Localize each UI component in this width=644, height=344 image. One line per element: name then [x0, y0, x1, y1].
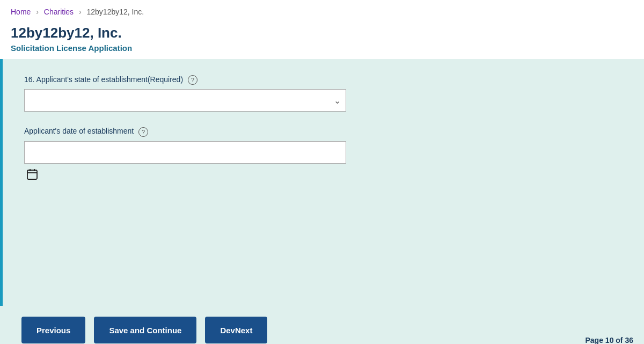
page-title: 12by12by12, Inc. [11, 25, 633, 41]
save-continue-button[interactable]: Save and Continue [94, 317, 196, 343]
date-of-establishment-group: Applicant's date of establishment ? [24, 127, 623, 182]
main-content: 16. Applicant's state of establishment(R… [0, 59, 644, 306]
svg-rect-0 [27, 170, 37, 179]
breadcrumb-current: 12by12by12, Inc. [87, 8, 144, 16]
date-of-establishment-label: Applicant's date of establishment ? [24, 127, 623, 136]
state-of-establishment-group: 16. Applicant's state of establishment(R… [24, 75, 623, 112]
page-wrapper: Home › Charities › 12by12by12, Inc. 12by… [0, 0, 644, 344]
breadcrumb-home-link[interactable]: Home [11, 8, 31, 16]
dev-next-button[interactable]: DevNext [205, 317, 267, 343]
button-row: Previous Save and Continue DevNext [0, 306, 644, 344]
date-input[interactable] [24, 141, 346, 164]
state-of-establishment-label: 16. Applicant's state of establishment(R… [24, 75, 623, 85]
breadcrumb-charities-link[interactable]: Charities [44, 8, 74, 16]
state-select[interactable] [24, 89, 346, 112]
page-indicator: Page 10 of 36 [586, 336, 634, 344]
breadcrumb-separator-2: › [79, 8, 82, 16]
breadcrumb-separator-1: › [36, 8, 39, 16]
page-header: 12by12by12, Inc. Solicitation License Ap… [0, 20, 644, 59]
date-help-icon[interactable]: ? [138, 127, 148, 137]
state-help-icon[interactable]: ? [188, 75, 197, 85]
calendar-icon[interactable] [24, 166, 40, 182]
page-subtitle: Solicitation License Application [11, 43, 633, 53]
previous-button[interactable]: Previous [21, 317, 85, 343]
state-select-wrapper: ⌄ [24, 89, 346, 112]
breadcrumb: Home › Charities › 12by12by12, Inc. [0, 0, 644, 20]
